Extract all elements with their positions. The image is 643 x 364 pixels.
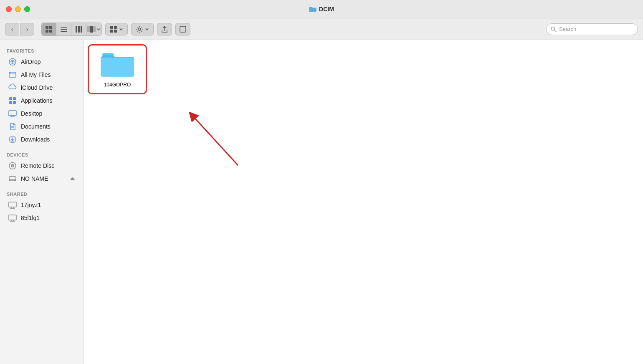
svg-rect-3 [49, 30, 52, 33]
svg-rect-7 [76, 26, 77, 33]
svg-line-52 [192, 115, 238, 165]
favorites-section-title: Favorites [0, 45, 83, 55]
traffic-lights [6, 6, 30, 12]
svg-rect-0 [46, 26, 48, 29]
svg-rect-8 [78, 26, 80, 33]
sidebar-item-17jnyz1[interactable]: 17jnyz1 [2, 199, 81, 211]
tag-icon [179, 25, 187, 33]
cover-view-button[interactable] [86, 23, 101, 35]
minimize-button[interactable] [15, 6, 21, 12]
monitor-icon-85l1lq1 [8, 214, 17, 222]
folder-item-104gopro[interactable]: 104GOPRO [90, 47, 144, 92]
sidebar-item-icloud[interactable]: iCloud Drive [2, 81, 81, 94]
sidebar-label-airdrop: AirDrop [21, 58, 41, 65]
svg-rect-4 [61, 27, 67, 28]
search-box[interactable]: Search [546, 23, 638, 35]
svg-rect-14 [114, 26, 117, 29]
sidebar-label-all-my-files: All My Files [21, 71, 51, 78]
sidebar-item-downloads[interactable]: Downloads [2, 133, 81, 146]
all-my-files-icon [8, 71, 17, 79]
remote-disc-icon [8, 162, 17, 170]
sidebar-label-85l1lq1: 85l1lq1 [21, 215, 40, 221]
svg-rect-12 [93, 26, 96, 32]
gear-icon [136, 25, 143, 33]
arrange-button[interactable] [105, 23, 128, 35]
svg-line-20 [554, 30, 556, 32]
search-placeholder: Search [559, 26, 576, 32]
maximize-button[interactable] [24, 6, 30, 12]
svg-rect-6 [61, 31, 67, 32]
nav-buttons: ‹ › [5, 23, 34, 35]
svg-point-40 [12, 165, 13, 166]
svg-point-17 [138, 28, 141, 30]
svg-point-43 [14, 180, 15, 181]
cover-view-icon [87, 25, 96, 33]
svg-rect-29 [13, 101, 16, 104]
svg-rect-26 [9, 97, 12, 100]
cover-view-dropdown-icon [96, 27, 101, 32]
close-button[interactable] [6, 6, 12, 12]
svg-rect-30 [9, 111, 16, 116]
sidebar-item-desktop[interactable]: Desktop [2, 107, 81, 120]
action-button[interactable] [131, 23, 154, 35]
desktop-icon [8, 109, 17, 118]
sidebar-label-no-name: NO NAME [21, 175, 48, 182]
shared-section-title: Shared [0, 188, 83, 198]
arrange-icon [110, 25, 117, 33]
sidebar-label-icloud: iCloud Drive [21, 84, 53, 91]
svg-rect-44 [9, 202, 16, 207]
svg-rect-5 [61, 29, 67, 30]
file-area: 104GOPRO [84, 40, 643, 364]
sidebar-item-applications[interactable]: Applications [2, 94, 81, 107]
svg-rect-13 [110, 26, 113, 29]
svg-point-19 [552, 27, 555, 30]
svg-rect-10 [87, 26, 90, 32]
monitor-icon-17jnyz1 [8, 201, 17, 209]
svg-rect-23 [9, 72, 16, 77]
window-title-text: DCIM [319, 6, 334, 13]
sidebar-item-no-name[interactable]: NO NAME ⏏ [2, 172, 81, 185]
main-content: Favorites AirDrop All My Files [0, 40, 643, 364]
svg-rect-15 [110, 30, 113, 33]
folder-item-wrapper-104gopro: 104GOPRO [90, 47, 144, 92]
share-icon [161, 25, 168, 33]
downloads-icon [8, 135, 17, 144]
svg-rect-11 [90, 26, 93, 33]
sidebar-item-all-my-files[interactable]: All My Files [2, 68, 81, 81]
drive-icon [8, 174, 17, 183]
sidebar-label-downloads: Downloads [21, 136, 50, 143]
icon-view-icon [45, 25, 53, 33]
sidebar-label-remote-disc: Remote Disc [21, 162, 54, 169]
sidebar-item-documents[interactable]: Documents [2, 120, 81, 133]
column-view-button[interactable] [71, 23, 86, 35]
tag-button[interactable] [175, 23, 190, 35]
arrow-annotation [167, 94, 251, 178]
sidebar-item-airdrop[interactable]: AirDrop [2, 56, 81, 68]
icon-view-button[interactable] [41, 23, 56, 35]
folder-name-104gopro: 104GOPRO [104, 82, 131, 88]
column-view-icon [75, 25, 83, 33]
applications-icon [8, 96, 17, 105]
sidebar: Favorites AirDrop All My Files [0, 40, 84, 364]
arrange-dropdown-icon [119, 27, 123, 31]
sidebar-item-85l1lq1[interactable]: 85l1lq1 [2, 212, 81, 224]
back-button[interactable]: ‹ [5, 23, 19, 35]
svg-rect-27 [13, 97, 16, 100]
airdrop-icon [8, 58, 17, 66]
list-view-button[interactable] [56, 23, 71, 35]
folder-title-icon [309, 6, 316, 12]
search-icon [551, 26, 557, 32]
svg-rect-18 [180, 26, 186, 32]
view-button-group [41, 23, 102, 36]
svg-rect-16 [114, 30, 117, 33]
sidebar-item-remote-disc[interactable]: Remote Disc [2, 159, 81, 172]
eject-icon[interactable]: ⏏ [70, 176, 75, 182]
share-button[interactable] [157, 23, 172, 35]
svg-rect-2 [46, 30, 48, 33]
svg-rect-1 [49, 26, 52, 29]
icloud-icon [8, 83, 17, 92]
forward-button[interactable]: › [20, 23, 34, 35]
title-bar: DCIM [0, 0, 643, 18]
folder-icon-104gopro [101, 51, 134, 78]
window-title: DCIM [309, 6, 334, 13]
